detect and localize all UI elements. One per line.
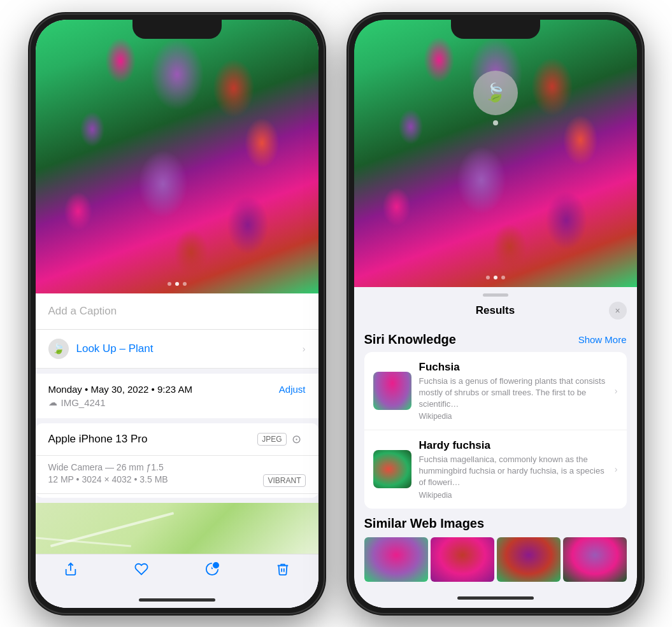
- knowledge-card: Fuchsia Fuchsia is a genus of flowering …: [364, 352, 627, 509]
- web-image-3[interactable]: [497, 537, 561, 582]
- right-screen-content: 🍃 Results ×: [354, 20, 637, 608]
- web-image-2[interactable]: [431, 537, 494, 582]
- fuchsia-desc: Fuchsia is a genus of flowering plants t…: [419, 376, 607, 411]
- results-title: Results: [476, 304, 515, 317]
- camera-header: Apple iPhone 13 Pro JPEG ⊙: [36, 423, 318, 456]
- exif-row: ISO 50 26 mm 0 ev ƒ1.5 1/181 s: [36, 494, 318, 498]
- right-dot-1: [486, 276, 490, 279]
- hardy-info: Hardy fuchsia Fuchsia magellanica, commo…: [419, 439, 607, 500]
- knowledge-item-hardy[interactable]: Hardy fuchsia Fuchsia magellanica, commo…: [364, 430, 627, 509]
- home-indicator: [36, 592, 318, 607]
- dot-2: [175, 282, 179, 286]
- fuchsia-info: Fuchsia Fuchsia is a genus of flowering …: [419, 361, 607, 421]
- web-image-1[interactable]: [364, 537, 428, 582]
- home-bar: [139, 598, 215, 602]
- camera-badges: JPEG ⊙: [257, 432, 305, 446]
- hardy-thumb-image: [373, 450, 411, 488]
- hardy-chevron: ›: [615, 464, 618, 474]
- fuchsia-thumbnail: [373, 372, 411, 410]
- right-photo-area[interactable]: 🍃: [354, 20, 637, 287]
- results-panel: Results × Siri Knowledge Show More: [354, 287, 637, 608]
- lens-text: Wide Camera — 26 mm ƒ1.5: [48, 462, 306, 472]
- cloud-icon: ☁: [48, 397, 57, 407]
- delete-button[interactable]: [276, 562, 290, 576]
- flower-image: [36, 20, 318, 293]
- siri-leaf-icon: 🍃: [484, 82, 506, 103]
- date-row: Monday • May 30, 2022 • 9:23 AM Adjust: [48, 384, 306, 395]
- knowledge-item-fuchsia[interactable]: Fuchsia Fuchsia is a genus of flowering …: [364, 352, 627, 431]
- info-button[interactable]: [205, 562, 219, 576]
- filename-row: ☁ IMG_4241: [48, 397, 306, 408]
- map-area[interactable]: [36, 503, 318, 554]
- mp-specs: 12 MP • 3024 × 4032 • 3.5 MB: [48, 474, 168, 484]
- lookup-type: Plant: [125, 342, 153, 355]
- share-button[interactable]: [64, 562, 78, 576]
- hardy-name: Hardy fuchsia: [419, 439, 607, 452]
- filename-text: IMG_4241: [61, 397, 106, 408]
- bottom-toolbar: [36, 554, 318, 592]
- fuchsia-thumb-image: [373, 372, 411, 410]
- lookup-row[interactable]: 🍃 Look Up – Plant ›: [36, 330, 318, 369]
- right-flower-image: [354, 20, 637, 287]
- lookup-chevron: ›: [303, 344, 306, 354]
- dot-1: [168, 282, 171, 286]
- results-header: Results ×: [354, 297, 637, 325]
- vibrant-badge: VIBRANT: [263, 474, 305, 487]
- lookup-text: Look Up – Plant: [76, 342, 154, 355]
- fuchsia-chevron: ›: [615, 386, 618, 396]
- left-phone: Add a Caption 🍃 Look Up – Plant › Monday…: [31, 15, 324, 613]
- camera-section: Apple iPhone 13 Pro JPEG ⊙ Wide Camera —…: [36, 423, 318, 498]
- results-content: Siri Knowledge Show More Fuchsia: [354, 325, 637, 589]
- dot-3: [183, 282, 187, 286]
- adjust-button[interactable]: Adjust: [279, 384, 306, 395]
- date-section: Monday • May 30, 2022 • 9:23 AM Adjust ☁…: [36, 374, 318, 418]
- right-phone: 🍃 Results ×: [349, 15, 642, 613]
- lookup-label: Look Up –: [76, 342, 126, 355]
- web-images-title: Similar Web Images: [364, 516, 627, 531]
- gear-icon[interactable]: ⊙: [292, 432, 306, 446]
- favorite-button[interactable]: [134, 562, 148, 576]
- web-image-4[interactable]: [563, 537, 627, 582]
- fuchsia-source: Wikipedia: [419, 412, 607, 421]
- right-page-indicator: [486, 276, 505, 279]
- right-dot-3: [501, 276, 505, 279]
- web-images-grid: [364, 537, 627, 582]
- hardy-source: Wikipedia: [419, 491, 607, 500]
- right-notch: [451, 20, 540, 39]
- close-button[interactable]: ×: [609, 302, 627, 320]
- photo-area[interactable]: [36, 20, 318, 293]
- camera-name: Apple iPhone 13 Pro: [48, 433, 148, 446]
- left-phone-screen: Add a Caption 🍃 Look Up – Plant › Monday…: [36, 20, 318, 608]
- specs-vibrant-row: 12 MP • 3024 × 4032 • 3.5 MB VIBRANT: [48, 474, 306, 487]
- hardy-thumbnail: [373, 450, 411, 488]
- lookup-icon: 🍃: [48, 339, 69, 359]
- notch: [132, 20, 222, 39]
- date-text: Monday • May 30, 2022 • 9:23 AM: [48, 384, 192, 395]
- hardy-desc: Fuchsia magellanica, commonly known as t…: [419, 454, 607, 489]
- right-home-bar: [457, 596, 534, 600]
- info-panel: Add a Caption 🍃 Look Up – Plant › Monday…: [36, 293, 318, 608]
- caption-field[interactable]: Add a Caption: [36, 293, 318, 330]
- show-more-button[interactable]: Show More: [578, 334, 627, 345]
- siri-knowledge-title: Siri Knowledge: [364, 332, 456, 347]
- map-road-1: [50, 512, 173, 547]
- format-badge: JPEG: [257, 433, 286, 446]
- fuchsia-name: Fuchsia: [419, 361, 607, 374]
- siri-bubble: 🍃: [473, 71, 518, 115]
- siri-dot: [493, 120, 498, 125]
- page-indicator: [168, 282, 187, 286]
- web-images-section: Similar Web Images: [364, 509, 627, 587]
- siri-knowledge-header: Siri Knowledge Show More: [364, 325, 627, 352]
- right-dot-2: [494, 276, 497, 279]
- camera-details: Wide Camera — 26 mm ƒ1.5 12 MP • 3024 × …: [36, 456, 318, 494]
- phones-container: Add a Caption 🍃 Look Up – Plant › Monday…: [18, 2, 655, 626]
- right-phone-screen: 🍃 Results ×: [354, 20, 637, 608]
- right-home-indicator: [354, 589, 637, 608]
- left-screen-content: Add a Caption 🍃 Look Up – Plant › Monday…: [36, 20, 318, 608]
